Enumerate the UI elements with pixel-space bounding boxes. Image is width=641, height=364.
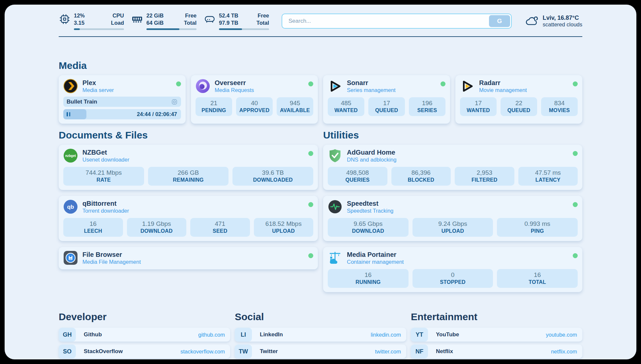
stat-box: 21PENDING bbox=[196, 97, 232, 116]
status-dot bbox=[573, 253, 578, 258]
stat-label: QUEUED bbox=[503, 107, 535, 113]
stat-box: 40APPROVED bbox=[236, 97, 273, 116]
app-title: Speedtest bbox=[347, 200, 393, 207]
link-url: netflix.com bbox=[551, 349, 582, 355]
section-title-documents: Documents & Files bbox=[59, 130, 318, 141]
section-title-entertainment: Entertainment bbox=[411, 311, 582, 322]
stat-box: 945AVAILABLE bbox=[277, 97, 313, 116]
section-title-developer: Developer bbox=[59, 311, 230, 322]
app-title: Overseerr bbox=[215, 79, 254, 87]
section-developer: Developer GH Github github.com SO StackO… bbox=[59, 311, 230, 359]
stat-label: DOWNLOAD bbox=[129, 228, 185, 234]
stat-label: QUEUED bbox=[370, 107, 403, 113]
stat-label: PENDING bbox=[198, 107, 230, 113]
app-card-portainer[interactable]: Media Portainer Container management 16R… bbox=[323, 247, 582, 292]
app-card-qbittorrent[interactable]: qb qBittorrent Torrent downloader 16LEEC… bbox=[59, 196, 318, 241]
svg-text:qb: qb bbox=[67, 204, 74, 210]
link-name: LinkedIn bbox=[260, 331, 283, 338]
disk-label2: Total bbox=[257, 19, 269, 27]
qbittorrent-icon: qb bbox=[63, 199, 78, 214]
stat-value: 744.21 Mbps bbox=[65, 169, 142, 176]
app-card-radarr[interactable]: Radarr Movie management 17WANTED 22QUEUE… bbox=[455, 75, 582, 124]
weather-widget[interactable]: Lviv, 16.87°C scattered clouds bbox=[524, 14, 582, 28]
link-name: Github bbox=[84, 331, 102, 338]
stat-box: 16RUNNING bbox=[328, 269, 409, 288]
stat-value: 618.52 Mbps bbox=[256, 220, 312, 228]
app-subtitle: Series management bbox=[347, 87, 396, 93]
app-title: Sonarr bbox=[347, 79, 396, 87]
app-card-filebrowser[interactable]: File Browser Media File Management bbox=[59, 247, 318, 269]
app-card-sonarr[interactable]: Sonarr Series management 485WANTED 17QUE… bbox=[323, 75, 450, 124]
status-dot bbox=[441, 81, 445, 86]
app-title: Radarr bbox=[479, 79, 527, 87]
ram-metric: 22 GiB 64 GiB Free Total bbox=[131, 12, 197, 30]
link-item-twitter[interactable]: TW Twitter twitter.com bbox=[235, 345, 406, 358]
section-entertainment: Entertainment YT YouTube youtube.com NF … bbox=[411, 311, 582, 359]
stat-value: 16 bbox=[330, 271, 407, 279]
app-card-nzbget[interactable]: nzbget NZBGet Usenet downloader 744.21 M… bbox=[59, 145, 318, 190]
app-card-plex[interactable]: Plex Media server Bullet Train 24:44 / 0 bbox=[59, 75, 186, 124]
link-item-netflix[interactable]: NF Netflix netflix.com bbox=[411, 345, 582, 358]
app-subtitle: Media Requests bbox=[215, 87, 254, 93]
adguard-icon bbox=[328, 148, 342, 163]
ram-icon bbox=[131, 13, 143, 25]
stat-label: RUNNING bbox=[330, 279, 407, 285]
speedtest-icon bbox=[328, 199, 342, 214]
app-subtitle: DNS and adblocking bbox=[347, 157, 396, 163]
link-abbr: GH bbox=[59, 328, 76, 342]
stat-box: 86,396BLOCKED bbox=[391, 167, 451, 186]
status-dot bbox=[573, 202, 578, 207]
ram-free: 22 GiB bbox=[146, 12, 164, 19]
stat-box: 196SERIES bbox=[409, 97, 445, 116]
app-card-adguard[interactable]: AdGuard Home DNS and adblocking 498,508Q… bbox=[323, 145, 582, 190]
link-url: linkedin.com bbox=[371, 332, 406, 338]
stat-box: 9.24 GbpsUPLOAD bbox=[412, 218, 493, 237]
stat-label: SEED bbox=[192, 228, 248, 234]
stat-box: 16LEECH bbox=[63, 218, 123, 237]
stat-value: 485 bbox=[330, 100, 362, 107]
link-item-stackoverflow[interactable]: SO StackOverflow stackoverflow.com bbox=[59, 345, 230, 358]
stat-label: MOVIES bbox=[543, 107, 576, 113]
nzbget-icon: nzbget bbox=[63, 148, 78, 163]
app-card-overseerr[interactable]: Overseerr Media Requests 21PENDING 40APP… bbox=[191, 75, 318, 124]
stat-value: 266 GB bbox=[150, 169, 227, 176]
section-title-social: Social bbox=[235, 311, 406, 322]
link-item-github[interactable]: GH Github github.com bbox=[59, 328, 230, 342]
ram-total: 64 GiB bbox=[146, 19, 164, 27]
stat-box: 834MOVIES bbox=[541, 97, 578, 116]
disk-label: Free bbox=[257, 12, 269, 19]
app-title: AdGuard Home bbox=[347, 149, 396, 156]
stat-value: 17 bbox=[462, 100, 495, 107]
search-provider-button[interactable]: G bbox=[489, 15, 510, 27]
stat-label: UPLOAD bbox=[414, 228, 491, 234]
link-url: stackoverflow.com bbox=[180, 349, 230, 355]
app-subtitle: Media server bbox=[82, 87, 114, 93]
plex-icon bbox=[63, 79, 78, 93]
playback-progress-bar: 24:44 / 02:06:47 bbox=[63, 109, 181, 119]
stat-box: 9.65 GbpsDOWNLOAD bbox=[328, 218, 409, 237]
stat-value: 22 bbox=[503, 100, 535, 107]
status-dot bbox=[176, 81, 181, 86]
search-input[interactable] bbox=[283, 15, 489, 27]
cpu-metric: 12% 3.15 CPU Load bbox=[59, 12, 124, 30]
pause-icon[interactable] bbox=[67, 112, 70, 116]
cpu-load-avg: 3.15 bbox=[74, 19, 85, 27]
stat-label: LATENCY bbox=[520, 177, 576, 183]
app-card-speedtest[interactable]: Speedtest Speedtest Tracking 9.65 GbpsDO… bbox=[323, 196, 582, 241]
stat-label: SERIES bbox=[411, 107, 443, 113]
section-title-utilities: Utilities bbox=[323, 130, 582, 141]
overseerr-icon bbox=[196, 79, 210, 93]
modal-open-icon[interactable] bbox=[171, 99, 178, 105]
portainer-icon bbox=[328, 251, 342, 265]
disk-free: 52.4 TB bbox=[219, 12, 238, 19]
section-title-media: Media bbox=[59, 60, 582, 71]
link-item-linkedin[interactable]: LI LinkedIn linkedin.com bbox=[235, 328, 406, 342]
stat-box: 22QUEUED bbox=[501, 97, 537, 116]
stat-value: 0.993 ms bbox=[499, 220, 576, 228]
link-item-youtube[interactable]: YT YouTube youtube.com bbox=[411, 328, 582, 342]
ram-label: Free bbox=[184, 12, 197, 19]
stat-label: RATE bbox=[65, 177, 142, 183]
app-title: qBittorrent bbox=[82, 200, 129, 207]
link-abbr: YT bbox=[411, 328, 428, 342]
header-divider bbox=[59, 36, 582, 37]
